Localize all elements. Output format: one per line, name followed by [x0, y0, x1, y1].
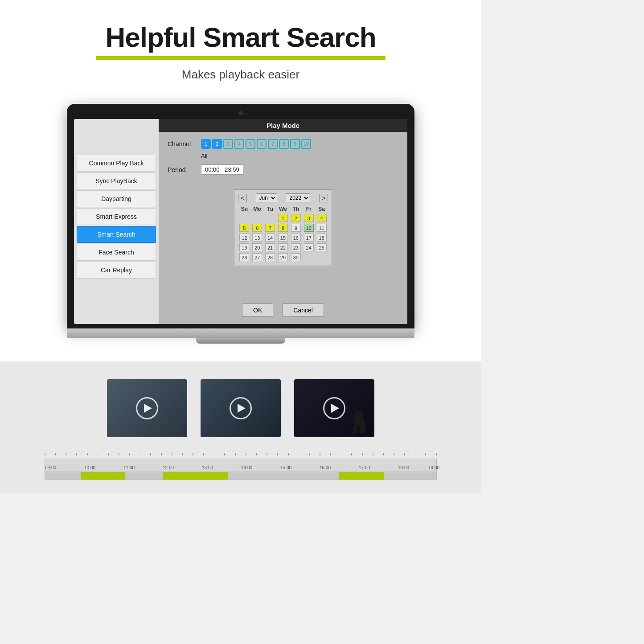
play-icon-3	[331, 404, 339, 413]
header-section: Helpful Smart Search Makes playback easi…	[0, 0, 481, 90]
channel-label: Channel	[168, 140, 197, 148]
timeline-dot	[193, 453, 193, 455]
dialog-title: Play Mode	[159, 119, 407, 132]
play-button-3[interactable]	[323, 397, 345, 419]
dialog-content: Channel 1 2 3 4 5 6 7 8 9	[159, 132, 407, 296]
ch-btn-6[interactable]: 6	[257, 139, 267, 149]
video-thumb-1[interactable]	[107, 379, 187, 437]
video-thumb-2[interactable]	[201, 379, 281, 437]
laptop-screen: Common Play Back Sync PlayBack Daypartin…	[74, 119, 407, 324]
page-subtitle: Makes playback easier	[9, 68, 472, 82]
laptop-section: Common Play Back Sync PlayBack Daypartin…	[0, 90, 481, 361]
weekday-sa: Sa	[315, 205, 328, 213]
prev-month-button[interactable]: <	[238, 194, 247, 202]
tick-19: 19:00	[428, 465, 439, 470]
timeline-dot	[330, 453, 331, 455]
ch-btn-3[interactable]: 3	[223, 139, 233, 149]
weekday-fr: Fr	[302, 205, 315, 213]
title-underline	[96, 56, 386, 60]
laptop-body: Common Play Back Sync PlayBack Daypartin…	[67, 104, 414, 328]
channel-buttons: 1 2 3 4 5 6 7 8 9 10	[201, 139, 311, 149]
timeline-dot	[320, 453, 320, 455]
ch-btn-7[interactable]: 7	[268, 139, 278, 149]
laptop-base	[67, 328, 414, 338]
ch-btn-1[interactable]: 1	[201, 139, 211, 149]
timeline-segment-2	[163, 472, 228, 480]
timeline-ruler: 09:00 10:00 11:00 12:00 13:00 14:00 15:0…	[45, 459, 437, 472]
timeline-dot	[277, 453, 278, 455]
all-label-row: All	[168, 152, 398, 159]
timeline-dot	[108, 453, 109, 455]
tick-10: 10:00	[84, 465, 95, 470]
timeline-segment-3	[339, 472, 384, 480]
ok-button[interactable]: OK	[242, 304, 273, 317]
dialog-footer: OK Cancel	[159, 296, 407, 324]
video-thumb-3[interactable]	[294, 379, 374, 437]
timeline-dot	[129, 453, 130, 455]
sidebar-item-face-search[interactable]: Face Search	[77, 244, 156, 261]
timeline-dot	[214, 453, 215, 455]
channel-row: Channel 1 2 3 4 5 6 7 8 9	[168, 139, 398, 149]
weekday-we: We	[277, 205, 290, 213]
dialog-box: Play Mode Channel 1 2 3 4 5 6	[159, 119, 407, 324]
play-button-2[interactable]	[230, 397, 252, 419]
timeline-dot	[404, 453, 405, 455]
tick-13: 13:00	[202, 465, 213, 470]
timeline-dot	[140, 453, 141, 455]
play-icon-2	[238, 404, 246, 413]
weekday-mo: Mo	[251, 205, 264, 213]
timeline-dot	[341, 453, 342, 455]
ch-btn-5[interactable]: 5	[246, 139, 255, 149]
timeline-dot	[288, 453, 289, 455]
timeline-dot	[415, 453, 416, 455]
timeline-dot	[362, 453, 363, 455]
timeline-dot	[425, 453, 426, 455]
tick-18: 18:00	[398, 465, 409, 470]
tick-15: 15:00	[280, 465, 291, 470]
play-button-1[interactable]	[136, 397, 158, 419]
ch-btn-2[interactable]: 2	[212, 139, 222, 149]
person-silhouette	[352, 410, 365, 433]
cal-week-1: 1 2 3 4	[238, 213, 328, 223]
timeline-dot	[224, 453, 225, 455]
laptop: Common Play Back Sync PlayBack Daypartin…	[67, 104, 414, 344]
next-month-button[interactable]: >	[319, 194, 328, 202]
timeline-dot	[87, 453, 88, 455]
month-select[interactable]: Jun	[256, 193, 277, 202]
timeline-dot	[66, 453, 66, 455]
sidebar-item-dayparting[interactable]: Dayparting	[77, 190, 156, 207]
laptop-foot-bar	[196, 338, 285, 344]
ch-btn-10[interactable]: 10	[301, 139, 311, 149]
calendar: < Jun 2022 >	[234, 189, 332, 266]
channel-all-label: All	[201, 152, 207, 159]
timeline-dot	[182, 453, 183, 455]
sidebar-menu: Common Play Back Sync PlayBack Daypartin…	[74, 119, 159, 324]
laptop-foot	[67, 338, 414, 344]
timeline-dot	[119, 453, 119, 455]
separator	[168, 182, 398, 182]
sidebar-item-smart-express[interactable]: Smart Express	[77, 208, 156, 225]
cal-week-2: 5 6 7 8 9 10 11	[238, 223, 328, 233]
cal-week-4: 19 20 21 22 23 24 25	[238, 242, 328, 252]
year-select[interactable]: 2022	[286, 193, 310, 202]
timeline-dot	[267, 453, 267, 455]
period-input[interactable]: 00:00 - 23:59	[201, 164, 243, 175]
timeline-dot	[172, 453, 172, 455]
ch-btn-4[interactable]: 4	[234, 139, 244, 149]
sidebar-item-sync-playback[interactable]: Sync PlayBack	[77, 172, 156, 189]
cancel-button[interactable]: Cancel	[282, 304, 324, 317]
timeline-dot	[383, 453, 384, 455]
ch-btn-9[interactable]: 9	[290, 139, 300, 149]
timeline-dot	[235, 453, 236, 455]
sidebar-item-common-play-back[interactable]: Common Play Back	[77, 155, 156, 172]
ch-btn-8[interactable]: 8	[279, 139, 289, 149]
timeline-dot	[394, 453, 394, 455]
timeline-dot	[203, 453, 204, 455]
bottom-section: 09:00 10:00 11:00 12:00 13:00 14:00 15:0…	[0, 361, 481, 493]
sidebar-item-smart-search[interactable]: Smart Search	[77, 226, 156, 243]
weekday-th: Th	[289, 205, 302, 213]
sidebar-item-car-replay[interactable]: Car Replay	[77, 262, 156, 279]
timeline-dot	[436, 453, 437, 455]
laptop-camera	[238, 111, 243, 115]
tick-17: 17:00	[359, 465, 370, 470]
